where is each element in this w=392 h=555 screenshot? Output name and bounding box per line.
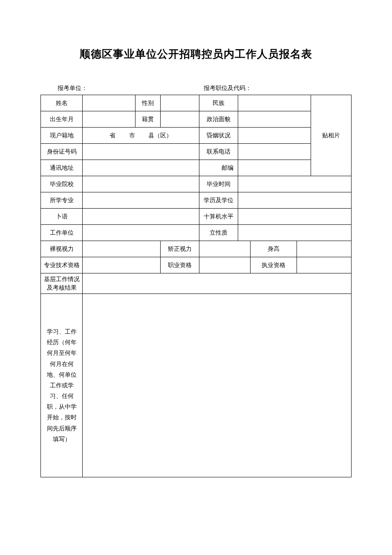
field-mailing-address[interactable]: [83, 160, 199, 176]
label-degree: 学历及学位: [199, 192, 238, 209]
field-graduation-time[interactable]: [238, 176, 351, 192]
label-graduation-time: 毕业时间: [199, 176, 238, 192]
field-unit-nature[interactable]: [238, 225, 351, 241]
field-phone[interactable]: [238, 144, 311, 160]
label-ethnicity: 民族: [199, 95, 238, 111]
label-experience: 学习、工作经历（何年何月至何年何月在何地、何单位工作或学习、任何职，从中学开始，…: [41, 294, 83, 477]
field-gender[interactable]: [160, 95, 199, 111]
field-height[interactable]: [297, 241, 352, 257]
label-postcode: 邮编: [199, 160, 238, 176]
label-corrected-vision: 矫正视力: [160, 241, 199, 257]
field-vocational-qualification[interactable]: [199, 257, 250, 273]
photo-area[interactable]: 贴相片: [311, 95, 352, 176]
field-id-number[interactable]: [83, 144, 199, 160]
field-birth-date[interactable]: [83, 111, 135, 128]
field-computer-level[interactable]: [238, 209, 351, 225]
field-current-residence[interactable]: 省 市 县（区）: [83, 128, 199, 144]
label-mailing-address: 通讯地址: [41, 160, 83, 176]
field-marital-status[interactable]: [238, 128, 311, 144]
field-practice-qualification[interactable]: [297, 257, 352, 273]
label-foreign-language: 卜语: [41, 209, 83, 225]
label-political-status: 政治面貌: [199, 111, 238, 128]
label-id-number: 身份证号码: [41, 144, 83, 160]
label-phone: 联系电话: [199, 144, 238, 160]
field-name[interactable]: [83, 95, 135, 111]
field-grassroots-work[interactable]: [83, 273, 352, 294]
label-professional-qualification: 专业技术资格: [41, 257, 83, 273]
label-computer-level: 十算机水平: [199, 209, 238, 225]
exam-position-label: 报考职位及代码：: [189, 84, 335, 92]
label-county: 县（区）: [148, 131, 172, 140]
label-vocational-qualification: 职业资格: [160, 257, 199, 273]
label-city: 市: [129, 131, 135, 140]
field-professional-qualification[interactable]: [83, 257, 160, 273]
label-current-residence: 现户籍地: [41, 128, 83, 144]
field-school[interactable]: [83, 176, 199, 192]
field-ethnicity[interactable]: [238, 95, 311, 111]
field-political-status[interactable]: [238, 111, 311, 128]
label-province: 省: [110, 131, 115, 140]
label-height: 身高: [251, 241, 297, 257]
field-experience[interactable]: [83, 294, 352, 477]
label-gender: 性别: [135, 95, 160, 111]
field-work-unit[interactable]: [83, 225, 199, 241]
label-name: 姓名: [41, 95, 83, 111]
label-marital-status: 昏姻状况: [199, 128, 238, 144]
label-school: 毕业院校: [41, 176, 83, 192]
label-native-place: 籍贯: [135, 111, 160, 128]
label-unit-nature: 立性质: [199, 225, 238, 241]
application-form-table: 姓名 性别 民族 贴相片 出生年月 籍贯 政治面貌 现户籍地 省 市 县（区） …: [40, 95, 352, 477]
field-foreign-language[interactable]: [83, 209, 199, 225]
label-major: 所学专业: [41, 192, 83, 209]
label-birth-date: 出生年月: [41, 111, 83, 128]
field-corrected-vision[interactable]: [199, 241, 250, 257]
exam-unit-label: 报考单位：: [58, 84, 189, 92]
label-practice-qualification: 执业资格: [251, 257, 297, 273]
field-major[interactable]: [83, 192, 199, 209]
header-row: 报考单位： 报考职位及代码：: [40, 84, 352, 92]
field-postcode[interactable]: [238, 160, 311, 176]
field-native-place[interactable]: [160, 111, 199, 128]
document-title: 顺德区事业单位公开招聘控员内工作人员报名表: [40, 47, 352, 61]
field-naked-vision[interactable]: [83, 241, 160, 257]
label-naked-vision: 裸视视力: [41, 241, 83, 257]
label-work-unit: 工作单位: [41, 225, 83, 241]
label-grassroots-work: 基层工作情况及考核结果: [41, 273, 83, 294]
field-degree[interactable]: [238, 192, 351, 209]
